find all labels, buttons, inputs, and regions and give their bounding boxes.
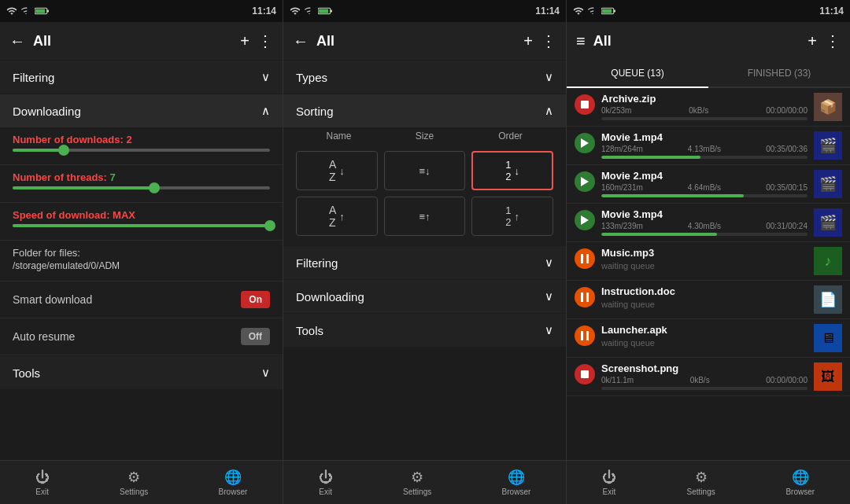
add-button-2[interactable]: + (523, 32, 533, 50)
speed-download-value: MAX (113, 209, 135, 221)
cell-icon-2 (304, 6, 315, 17)
add-button-1[interactable]: + (240, 32, 249, 50)
settings-label-1: Settings (120, 487, 148, 496)
battery-icon-1 (35, 6, 49, 16)
stop-button-screenshot[interactable] (575, 364, 595, 384)
tools-header-1[interactable]: Tools ∨ (0, 356, 283, 389)
list-item: Movie 2.mp4 160m/231m 4.64mB/s 00:35/00:… (567, 165, 850, 204)
num-threads-slider[interactable] (13, 186, 270, 189)
browser-icon-2: 🌐 (508, 469, 525, 486)
hamburger-menu-3[interactable]: ≡ (576, 32, 586, 50)
dots-button-3[interactable]: ⋮ (825, 31, 841, 50)
auto-resume-label: Auto resume (13, 330, 75, 343)
browser-button-1[interactable]: 🌐 Browser (219, 469, 248, 496)
num-threads-value: 7 (110, 171, 116, 183)
sort-header-order: Order (468, 131, 553, 142)
sort-order-asc[interactable]: 12 ↓ (471, 151, 553, 190)
dl-name-screenshot: Screenshot.png (601, 362, 808, 374)
battery-icon-2 (318, 6, 332, 16)
sort-options-grid: AZ ↓ ≡↓ 12 ↓ AZ ↑ ≡↑ 12 ↑ (283, 142, 566, 245)
sort-grid-header: Name Size Order (283, 127, 566, 142)
filtering-header-2[interactable]: Filtering ∨ (283, 246, 566, 279)
status-bar-time-1: 11:14 (252, 6, 276, 17)
pause-button-launcher[interactable] (575, 326, 595, 346)
sort-size-desc[interactable]: ≡↑ (384, 197, 466, 236)
types-header[interactable]: Types ∨ (283, 61, 566, 94)
top-bar-2: ← All + ⋮ (283, 22, 566, 60)
svg-rect-1 (47, 10, 49, 13)
status-bar-1: 11:14 (0, 0, 283, 22)
dl-progress-movie3 (601, 233, 808, 236)
browser-button-2[interactable]: 🌐 Browser (502, 469, 531, 496)
exit-button-3[interactable]: ⏻ Exit (602, 469, 616, 496)
list-item: Music.mp3 waiting queue ♪ (567, 242, 850, 281)
back-button-1[interactable]: ← (9, 32, 25, 50)
svg-rect-16 (586, 292, 589, 302)
num-downloads-slider[interactable] (13, 149, 270, 152)
dl-thumb-instruction: 📄 (814, 285, 842, 314)
play-button-movie2[interactable] (575, 171, 595, 192)
dl-thumb-movie3: 🎬 (814, 208, 842, 237)
exit-button-2[interactable]: ⏻ Exit (319, 469, 333, 496)
dl-status-music: waiting queue (601, 261, 808, 270)
queue-tab[interactable]: QUEUE (13) (567, 60, 708, 88)
menu-button-2[interactable]: ⋮ (541, 31, 556, 50)
stop-button-archive[interactable] (575, 94, 595, 115)
status-bar-left-1 (6, 6, 49, 17)
back-button-2[interactable]: ← (293, 32, 309, 50)
svg-marker-11 (581, 177, 589, 186)
sort-header-name: Name (296, 131, 382, 142)
settings-button-2[interactable]: ⚙ Settings (403, 469, 431, 496)
settings-icon-1: ⚙ (128, 469, 140, 486)
sorting-section-header[interactable]: Sorting ∧ (283, 94, 566, 127)
finished-tab[interactable]: FINISHED (33) (708, 60, 850, 88)
downloading-header[interactable]: Downloading ∧ (0, 94, 283, 127)
sort-size-asc[interactable]: ≡↓ (384, 151, 466, 190)
play-button-movie3[interactable] (575, 210, 595, 230)
sort-name-desc[interactable]: AZ ↑ (296, 197, 378, 236)
pause-button-music[interactable] (575, 248, 595, 269)
list-item: Launcher.apk waiting queue 🖥 (567, 319, 850, 358)
signal-icon-2 (290, 6, 301, 17)
num-downloads-row: Number of downloads: 2 (0, 127, 283, 165)
smart-download-label: Smart download (13, 293, 92, 306)
svg-marker-12 (581, 215, 589, 225)
dl-progress-movie2 (601, 194, 808, 197)
settings-button-3[interactable]: ⚙ Settings (687, 469, 715, 496)
status-bar-time-2: 11:14 (535, 6, 560, 17)
top-bar-3: ≡ All + ⋮ (567, 22, 850, 60)
browser-icon-3: 🌐 (792, 469, 809, 486)
svg-rect-5 (319, 9, 328, 13)
smart-download-toggle[interactable]: On (241, 291, 270, 308)
add-button-3[interactable]: + (808, 32, 817, 50)
browser-button-3[interactable]: 🌐 Browser (785, 469, 815, 496)
title-2: All (316, 33, 516, 50)
pause-button-instruction[interactable] (575, 287, 595, 307)
stop-icon (581, 370, 589, 378)
sort-order-desc[interactable]: 12 ↑ (471, 197, 553, 236)
list-item: Archive.zip 0k/253m 0kB/s 00:00/00:00 📦 (567, 88, 850, 127)
play-button-movie1[interactable] (575, 133, 595, 153)
pause-icon (581, 292, 589, 302)
settings-button-1[interactable]: ⚙ Settings (120, 469, 148, 496)
list-item: Movie 1.mp4 128m/264m 4.13mB/s 00:35/00:… (567, 127, 850, 165)
status-bar-2: 11:14 (283, 0, 566, 22)
filtering-header[interactable]: Filtering ∨ (0, 61, 283, 94)
exit-icon-2: ⏻ (319, 469, 333, 486)
tools-header-2[interactable]: Tools ∨ (283, 314, 566, 347)
svg-marker-10 (581, 138, 589, 148)
auto-resume-toggle[interactable]: Off (241, 328, 270, 345)
downloading-header-2[interactable]: Downloading ∨ (283, 280, 566, 313)
tab-bar-3: QUEUE (13) FINISHED (33) (567, 60, 850, 88)
queue-panel: 11:14 ≡ All + ⋮ QUEUE (13) FINISHED (33)… (567, 0, 850, 504)
sort-name-asc[interactable]: AZ ↓ (296, 151, 378, 190)
cell-icon-1 (20, 6, 31, 17)
speed-download-slider[interactable] (13, 224, 270, 227)
dl-status-launcher: waiting queue (601, 338, 808, 348)
svg-rect-2 (35, 9, 45, 13)
dl-thumb-movie1: 🎬 (814, 131, 842, 160)
bottom-bar-3: ⏻ Exit ⚙ Settings 🌐 Browser (567, 460, 850, 504)
menu-button-1[interactable]: ⋮ (257, 31, 273, 50)
exit-button-1[interactable]: ⏻ Exit (35, 469, 50, 496)
stop-icon (581, 101, 589, 109)
